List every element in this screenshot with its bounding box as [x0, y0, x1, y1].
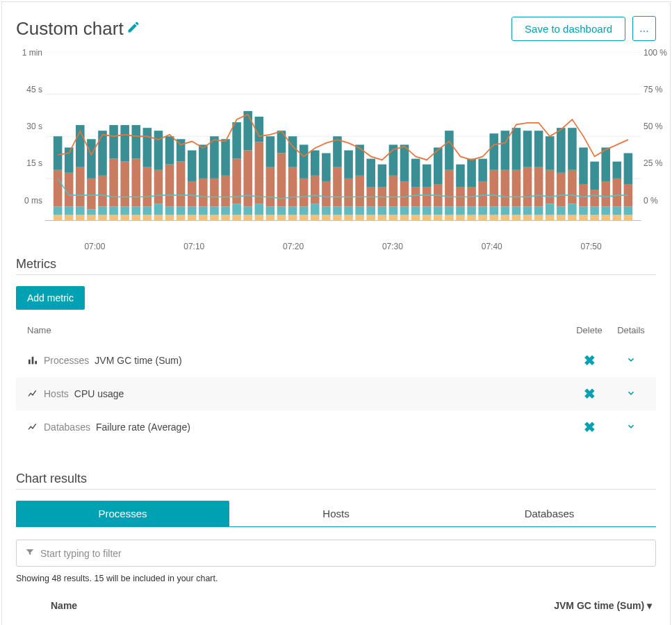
- svg-rect-159: [478, 206, 487, 215]
- delete-metric-button[interactable]: ✖: [568, 352, 610, 369]
- y-left-tick: 1 min: [9, 48, 42, 58]
- svg-rect-117: [355, 144, 364, 175]
- svg-rect-24: [98, 176, 107, 206]
- save-to-dashboard-button[interactable]: Save to dashboard: [511, 17, 625, 41]
- svg-rect-60: [199, 178, 208, 206]
- delete-metric-button[interactable]: ✖: [568, 385, 610, 402]
- filter-input-container[interactable]: [16, 540, 656, 567]
- svg-rect-110: [344, 215, 353, 220]
- svg-rect-155: [467, 206, 476, 215]
- svg-rect-78: [255, 215, 264, 220]
- svg-rect-44: [154, 170, 163, 204]
- line-chart-icon: [27, 422, 44, 433]
- svg-rect-211: [624, 206, 633, 215]
- expand-metric-button[interactable]: [610, 388, 652, 400]
- svg-rect-187: [557, 206, 566, 215]
- delete-metric-button[interactable]: ✖: [568, 419, 610, 435]
- svg-rect-71: [232, 203, 241, 215]
- svg-rect-146: [445, 215, 454, 220]
- svg-rect-69: [221, 139, 230, 176]
- svg-rect-31: [120, 206, 129, 215]
- tab-hosts[interactable]: Hosts: [229, 501, 443, 527]
- y-right-tick: 50 %: [644, 122, 672, 131]
- metrics-table: Name Delete Details ProcessesJVM GC time…: [16, 325, 656, 444]
- metric-row: ProcessesJVM GC time (Sum)✖: [16, 344, 656, 377]
- expand-metric-button[interactable]: [610, 422, 652, 433]
- svg-rect-137: [411, 159, 420, 187]
- x-tick: 07:20: [283, 242, 304, 251]
- svg-rect-196: [579, 184, 588, 206]
- metric-name: JVM GC time (Sum): [95, 355, 181, 366]
- svg-rect-59: [199, 206, 208, 215]
- svg-rect-55: [188, 206, 197, 215]
- x-tick: 07:00: [84, 242, 105, 251]
- svg-rect-18: [87, 215, 96, 220]
- svg-rect-123: [378, 206, 387, 215]
- more-actions-button[interactable]: ...: [632, 16, 656, 41]
- svg-rect-199: [590, 206, 599, 215]
- y-right-tick: 75 %: [644, 85, 672, 94]
- svg-rect-28: [109, 159, 118, 207]
- svg-rect-93: [288, 136, 297, 167]
- filter-input[interactable]: [40, 548, 647, 559]
- svg-rect-70: [232, 215, 241, 220]
- metrics-col-name: Name: [27, 325, 568, 335]
- svg-rect-171: [512, 206, 521, 215]
- svg-rect-149: [445, 131, 454, 170]
- svg-rect-89: [277, 131, 286, 153]
- svg-rect-188: [557, 173, 566, 207]
- svg-rect-130: [400, 215, 409, 220]
- expand-metric-button[interactable]: [610, 355, 652, 367]
- svg-rect-134: [411, 215, 420, 220]
- svg-rect-39: [143, 206, 152, 215]
- svg-rect-198: [590, 215, 599, 220]
- x-tick: 07:30: [382, 242, 403, 251]
- svg-rect-160: [478, 181, 487, 206]
- svg-rect-157: [467, 159, 476, 187]
- results-col-name: Name: [51, 600, 554, 611]
- svg-rect-25: [98, 131, 107, 176]
- svg-rect-119: [366, 206, 375, 215]
- svg-rect-148: [445, 170, 454, 207]
- svg-rect-142: [434, 215, 443, 220]
- svg-rect-209: [613, 162, 622, 178]
- svg-rect-158: [478, 215, 487, 220]
- svg-rect-106: [333, 215, 342, 220]
- svg-rect-74: [243, 215, 252, 220]
- svg-rect-90: [288, 215, 297, 220]
- add-metric-button[interactable]: Add metric: [16, 286, 85, 310]
- svg-rect-79: [255, 203, 264, 215]
- svg-rect-176: [523, 167, 532, 207]
- svg-rect-102: [322, 215, 331, 220]
- svg-rect-150: [456, 215, 465, 220]
- svg-rect-161: [478, 159, 487, 181]
- svg-rect-22: [98, 215, 107, 220]
- svg-rect-105: [322, 153, 331, 181]
- tab-processes[interactable]: Processes: [16, 501, 229, 527]
- tab-databases[interactable]: Databases: [443, 501, 656, 527]
- svg-rect-83: [266, 206, 275, 215]
- svg-rect-9: [54, 136, 63, 170]
- filter-icon: [25, 547, 35, 559]
- svg-rect-203: [601, 206, 610, 215]
- svg-rect-96: [300, 178, 309, 206]
- svg-rect-202: [601, 215, 610, 220]
- svg-rect-45: [154, 131, 163, 170]
- svg-rect-35: [132, 206, 141, 215]
- svg-rect-80: [255, 142, 264, 203]
- svg-rect-179: [534, 206, 543, 215]
- svg-rect-20: [87, 178, 96, 209]
- svg-rect-125: [378, 165, 387, 187]
- svg-rect-101: [311, 150, 320, 175]
- svg-rect-169: [501, 131, 510, 170]
- svg-rect-191: [568, 203, 577, 215]
- svg-rect-116: [355, 176, 364, 206]
- edit-title-icon[interactable]: [126, 20, 140, 38]
- y-left-tick: 30 s: [9, 122, 42, 131]
- svg-rect-183: [546, 203, 555, 215]
- svg-rect-172: [512, 170, 521, 207]
- results-col-value[interactable]: JVM GC time (Sum) ▾: [554, 600, 652, 611]
- page-title-text: Custom chart: [16, 18, 124, 40]
- bar-chart-icon: [27, 355, 44, 366]
- svg-rect-127: [389, 206, 398, 215]
